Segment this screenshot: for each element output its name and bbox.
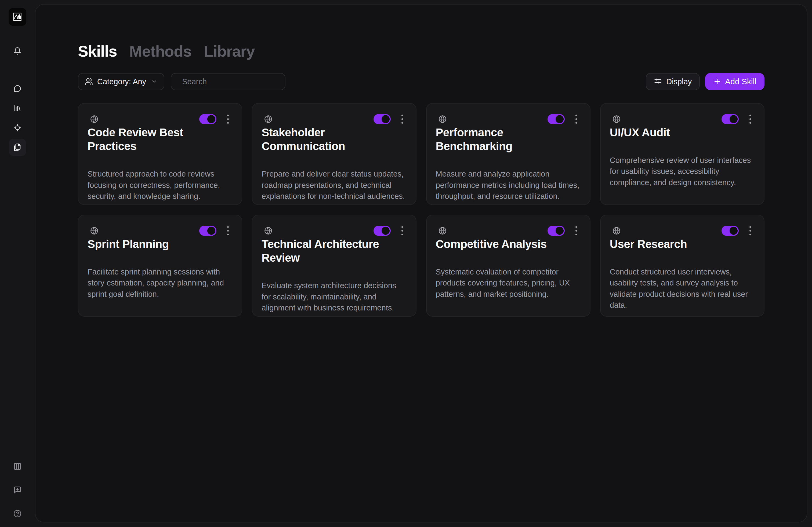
columns-icon: [13, 462, 21, 470]
skill-menu-button[interactable]: [223, 113, 233, 125]
globe-icon: [438, 227, 447, 235]
toggle-knob: [381, 227, 390, 235]
skill-menu-button[interactable]: [746, 224, 755, 237]
toggle-knob: [207, 227, 215, 235]
globe-icon: [612, 115, 621, 123]
skill-title: Stakeholder Communication: [262, 125, 407, 153]
skill-title: UI/UX Audit: [610, 125, 755, 139]
skills-grid: Code Review Best Practices Structured ap…: [78, 103, 765, 317]
skill-menu-button[interactable]: [572, 224, 581, 237]
skill-title: Technical Architecture Review: [262, 237, 407, 265]
library-button[interactable]: [9, 100, 26, 117]
toggle-knob: [555, 115, 564, 123]
dot: [227, 226, 229, 228]
sidebar: [0, 0, 35, 527]
main-panel: Skills Methods Library Category: Any: [35, 4, 808, 523]
skill-description: Conduct structured user interviews, usab…: [610, 267, 755, 311]
chevron-down-icon: [151, 78, 157, 85]
skill-toggle[interactable]: [374, 114, 391, 124]
chat-bubble-icon: [13, 85, 21, 93]
skill-menu-button[interactable]: [572, 113, 581, 125]
toggle-knob: [381, 115, 390, 123]
feedback-button[interactable]: [9, 481, 26, 499]
library-icon: [13, 104, 21, 112]
skill-card: Stakeholder Communication Prepare and de…: [252, 103, 416, 205]
skill-description: Comprehensive review of user interfaces …: [610, 155, 755, 188]
skill-title: Performance Benchmarking: [436, 125, 581, 153]
add-skill-button-label: Add Skill: [725, 77, 756, 86]
dot: [750, 118, 751, 120]
skill-card: Technical Architecture Review Evaluate s…: [252, 215, 416, 317]
dot: [576, 122, 577, 124]
skill-title: Competitive Analysis: [436, 237, 581, 251]
globe-icon: [438, 115, 447, 123]
skill-toggle[interactable]: [548, 226, 565, 236]
globe-icon: [90, 115, 98, 123]
toolbar: Category: Any Display Add Skill: [78, 73, 765, 90]
toggle-knob: [555, 227, 564, 235]
columns-view-button[interactable]: [9, 458, 26, 475]
dot: [227, 230, 229, 231]
dot: [576, 115, 577, 116]
toggle-knob: [729, 115, 738, 123]
tab-library[interactable]: Library: [204, 42, 255, 60]
notifications-button[interactable]: [9, 42, 26, 60]
dot: [227, 118, 229, 120]
app-logo[interactable]: [9, 8, 26, 26]
chat-button[interactable]: [9, 80, 26, 97]
skill-toggle[interactable]: [199, 114, 216, 124]
globe-icon: [90, 227, 98, 235]
skill-title: User Research: [610, 237, 755, 251]
display-options-button[interactable]: Display: [646, 73, 700, 90]
add-skill-button[interactable]: Add Skill: [705, 73, 765, 90]
skill-card: Performance Benchmarking Measure and ana…: [426, 103, 591, 205]
skill-toggle[interactable]: [374, 226, 391, 236]
skill-card: Sprint Planning Facilitate sprint planni…: [78, 215, 242, 317]
plus-icon: [713, 77, 721, 86]
locate-button[interactable]: [9, 119, 26, 136]
skill-card: UI/UX Audit Comprehensive review of user…: [600, 103, 765, 205]
skill-card-header: [610, 113, 755, 125]
tab-skills[interactable]: Skills: [78, 42, 117, 60]
category-filter-label: Category: Any: [97, 77, 146, 86]
skill-description: Measure and analyze application performa…: [436, 168, 581, 202]
skills-nav-button[interactable]: [9, 139, 26, 156]
sliders-icon: [654, 77, 662, 86]
dot: [402, 118, 403, 120]
skill-description: Facilitate sprint planning sessions with…: [88, 267, 233, 300]
dot: [750, 234, 751, 235]
files-icon: [13, 143, 21, 151]
dot: [750, 226, 751, 228]
skill-menu-button[interactable]: [746, 113, 755, 125]
crosshair-icon: [13, 124, 21, 132]
skill-card-header: [436, 224, 581, 237]
skill-card: Code Review Best Practices Structured ap…: [78, 103, 242, 205]
skill-description: Evaluate system architecture decisions f…: [262, 280, 407, 313]
category-filter-button[interactable]: Category: Any: [78, 73, 164, 90]
skill-toggle[interactable]: [548, 114, 565, 124]
skill-toggle[interactable]: [722, 226, 739, 236]
skill-menu-button[interactable]: [398, 113, 407, 125]
dot: [402, 230, 403, 231]
search-box: [171, 73, 286, 90]
users-icon: [85, 77, 93, 86]
dot: [576, 226, 577, 228]
tab-methods[interactable]: Methods: [129, 42, 191, 60]
dot: [576, 234, 577, 235]
skill-title: Sprint Planning: [88, 237, 233, 251]
skill-description: Prepare and deliver clear status updates…: [262, 168, 407, 202]
skill-toggle[interactable]: [199, 226, 216, 236]
skill-title: Code Review Best Practices: [88, 125, 233, 153]
skill-description: Systematic evaluation of competitor prod…: [436, 267, 581, 300]
search-input[interactable]: [182, 77, 284, 86]
dot: [227, 115, 229, 116]
skill-toggle[interactable]: [722, 114, 739, 124]
dot: [402, 234, 403, 235]
skill-menu-button[interactable]: [223, 224, 233, 237]
skill-card-header: [436, 113, 581, 125]
help-button[interactable]: [9, 505, 26, 522]
dot: [402, 122, 403, 124]
skill-menu-button[interactable]: [398, 224, 407, 237]
dot: [402, 226, 403, 228]
dot: [750, 230, 751, 231]
